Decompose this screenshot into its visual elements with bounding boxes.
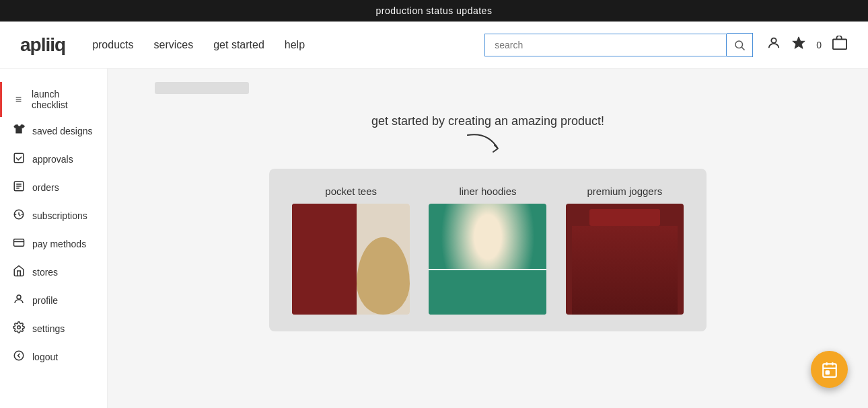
premium-joggers-image — [566, 204, 684, 315]
tshirt-icon — [12, 124, 26, 138]
sidebar-label-orders: orders — [32, 182, 59, 193]
logo[interactable]: apliiq — [20, 34, 65, 56]
sidebar-item-settings[interactable]: settings — [0, 315, 107, 343]
products-section: pocket tees liner hoodies premium jogger… — [269, 169, 707, 331]
product-image-premium-joggers — [566, 204, 684, 315]
sidebar: ≡ launch checklist saved designs approva… — [0, 69, 108, 408]
liner-hoodies-image — [429, 204, 546, 315]
cart-count: 0 — [816, 40, 822, 50]
svg-rect-4 — [833, 40, 846, 50]
banner-text: production status updates — [376, 5, 493, 16]
approvals-icon — [12, 152, 26, 167]
svg-rect-20 — [826, 371, 828, 374]
sidebar-label-saved-designs: saved designs — [32, 126, 93, 136]
arrow-container — [128, 135, 848, 162]
sidebar-label-logout: logout — [32, 352, 58, 362]
search-button[interactable] — [727, 33, 753, 57]
header-icons: 0 — [766, 36, 848, 54]
svg-rect-16 — [823, 364, 836, 377]
product-image-pocket-tees — [292, 204, 410, 315]
sidebar-label-approvals: approvals — [32, 154, 73, 165]
main-nav: products services get started help — [92, 39, 484, 51]
cart-icon[interactable] — [832, 36, 848, 54]
sidebar-item-logout[interactable]: logout — [0, 343, 107, 371]
top-banner: production status updates — [0, 0, 868, 22]
product-card-liner-hoodies[interactable]: liner hoodies — [426, 186, 549, 315]
fab-calendar[interactable] — [811, 351, 848, 388]
sidebar-item-saved-designs[interactable]: saved designs — [0, 117, 107, 145]
sidebar-label-profile: profile — [32, 295, 58, 306]
sidebar-item-orders[interactable]: orders — [0, 173, 107, 202]
nav-get-started[interactable]: get started — [213, 39, 264, 51]
product-card-premium-joggers[interactable]: premium joggers — [563, 186, 686, 315]
settings-icon — [12, 321, 26, 336]
sidebar-label-subscriptions: subscriptions — [32, 210, 87, 221]
svg-marker-3 — [793, 37, 805, 48]
logo-text: apliiq — [20, 34, 65, 56]
nav-help[interactable]: help — [285, 39, 305, 51]
pocket-tees-image — [292, 204, 410, 315]
orders-icon — [12, 180, 26, 195]
svg-point-0 — [735, 41, 743, 48]
stores-icon — [12, 265, 26, 280]
svg-point-2 — [772, 38, 776, 43]
logout-icon — [12, 350, 26, 364]
nav-services[interactable]: services — [154, 39, 194, 51]
get-started-text: get started by creating an amazing produ… — [371, 114, 604, 128]
header: apliiq products services get started hel… — [0, 22, 868, 69]
placeholder-bar — [155, 82, 249, 94]
sidebar-label-launch-checklist: launch checklist — [32, 89, 95, 110]
product-title-premium-joggers: premium joggers — [587, 186, 662, 197]
user-icon[interactable] — [766, 36, 781, 54]
sidebar-item-pay-methods[interactable]: pay methods — [0, 230, 107, 258]
sidebar-item-stores[interactable]: stores — [0, 258, 107, 286]
checklist-icon: ≡ — [12, 93, 25, 106]
sidebar-item-launch-checklist[interactable]: ≡ launch checklist — [0, 82, 107, 117]
search-container — [484, 33, 753, 57]
product-title-pocket-tees: pocket tees — [325, 186, 377, 197]
profile-icon — [12, 293, 26, 308]
pay-methods-icon — [12, 237, 26, 251]
svg-line-1 — [742, 47, 745, 50]
product-title-liner-hoodies: liner hoodies — [459, 186, 516, 197]
sidebar-label-settings: settings — [32, 323, 65, 334]
svg-rect-5 — [14, 153, 24, 163]
sidebar-item-approvals[interactable]: approvals — [0, 145, 107, 173]
product-card-pocket-tees[interactable]: pocket tees — [289, 186, 412, 315]
svg-point-15 — [14, 351, 24, 360]
main-content: get started by creating an amazing produ… — [108, 69, 868, 408]
nav-products[interactable]: products — [92, 39, 133, 51]
wishlist-icon[interactable] — [791, 36, 806, 54]
sidebar-label-stores: stores — [32, 267, 58, 278]
search-icon — [733, 39, 746, 51]
svg-rect-11 — [14, 239, 24, 247]
search-input[interactable] — [484, 34, 727, 56]
sidebar-item-subscriptions[interactable]: subscriptions — [0, 202, 107, 230]
main-layout: ≡ launch checklist saved designs approva… — [0, 69, 868, 408]
svg-point-13 — [17, 295, 21, 299]
svg-point-14 — [17, 326, 21, 329]
product-image-liner-hoodies — [429, 204, 546, 315]
sidebar-item-profile[interactable]: profile — [0, 286, 107, 315]
sidebar-label-pay-methods: pay methods — [32, 239, 86, 249]
calendar-icon — [821, 361, 838, 378]
subscriptions-icon — [12, 208, 26, 223]
arrow-icon — [461, 132, 515, 159]
